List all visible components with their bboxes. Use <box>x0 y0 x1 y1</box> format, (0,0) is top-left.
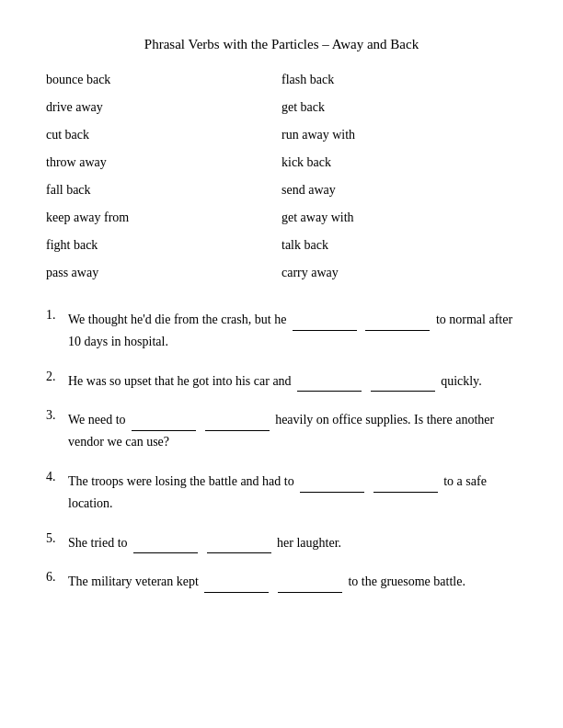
vocab-item: pass away <box>46 266 282 280</box>
exercise-num: 4. <box>46 470 68 484</box>
vocab-grid: bounce back flash back drive away get ba… <box>46 73 517 280</box>
exercise-text: He was so upset that he got into his car… <box>68 370 517 392</box>
exercise-text: We need to heavily on office supplies. I… <box>68 408 517 453</box>
exercise-text: The military veteran kept to the gruesom… <box>68 570 517 593</box>
blank-2a[interactable] <box>297 370 362 392</box>
vocab-item: carry away <box>282 266 517 280</box>
blank-5a[interactable] <box>133 531 198 554</box>
exercise-num: 2. <box>46 370 68 384</box>
vocab-item: flash back <box>282 73 517 87</box>
blank-2b[interactable] <box>371 370 435 392</box>
exercise-text: We thought he'd die from the crash, but … <box>68 308 517 353</box>
blank-3b[interactable] <box>205 408 270 431</box>
vocab-item: run away with <box>282 128 517 142</box>
exercise-num: 6. <box>46 570 68 585</box>
exercise-2: 2. He was so upset that he got into his … <box>46 370 517 392</box>
vocab-item: talk back <box>282 238 517 253</box>
vocab-item: cut back <box>46 128 282 142</box>
exercise-5: 5. She tried to her laughter. <box>46 531 517 554</box>
exercise-num: 5. <box>46 531 68 546</box>
blank-5b[interactable] <box>207 531 271 554</box>
exercise-3: 3. We need to heavily on office supplies… <box>46 408 517 453</box>
blank-1a[interactable] <box>293 308 357 331</box>
vocab-item: throw away <box>46 155 282 170</box>
blank-3a[interactable] <box>132 408 196 431</box>
vocab-item: get away with <box>282 210 517 225</box>
vocab-item: get back <box>282 100 517 115</box>
vocab-item: fight back <box>46 238 282 253</box>
vocab-item: kick back <box>282 155 517 170</box>
vocab-item: send away <box>282 183 517 198</box>
blank-1b[interactable] <box>365 308 430 331</box>
exercise-num: 1. <box>46 308 68 323</box>
vocab-item: keep away from <box>46 210 282 225</box>
vocab-item: drive away <box>46 100 282 115</box>
blank-6b[interactable] <box>278 570 342 593</box>
blank-6a[interactable] <box>204 570 269 593</box>
exercises-section: 1. We thought he'd die from the crash, b… <box>46 308 517 593</box>
exercise-1: 1. We thought he'd die from the crash, b… <box>46 308 517 353</box>
exercise-4: 4. The troops were losing the battle and… <box>46 470 517 515</box>
vocab-item: fall back <box>46 183 282 198</box>
blank-4b[interactable] <box>373 470 438 493</box>
vocab-item: bounce back <box>46 73 282 87</box>
exercise-6: 6. The military veteran kept to the grue… <box>46 570 517 593</box>
blank-4a[interactable] <box>300 470 364 493</box>
exercise-text: She tried to her laughter. <box>68 531 517 554</box>
page-title: Phrasal Verbs with the Particles – Away … <box>46 37 517 52</box>
exercise-num: 3. <box>46 408 68 423</box>
exercise-text: The troops were losing the battle and ha… <box>68 470 517 515</box>
